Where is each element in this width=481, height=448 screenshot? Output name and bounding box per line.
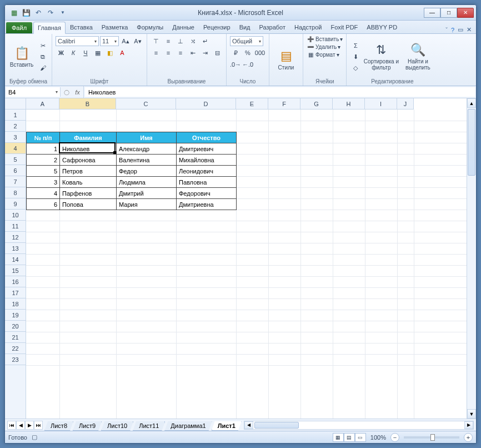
table-row[interactable]: 5ПетровФедорЛеонидович xyxy=(27,166,237,177)
column-header-B[interactable]: B xyxy=(59,98,116,109)
sheet-next-button[interactable]: ▶ xyxy=(25,421,34,430)
column-header-I[interactable]: I xyxy=(365,98,397,109)
row-header-21[interactable]: 21 xyxy=(5,332,26,343)
ribbon-tab-2[interactable]: Разметка xyxy=(97,21,133,33)
number-format-select[interactable]: Общий▾ xyxy=(230,36,263,46)
fx-dropdown-icon[interactable]: ◯ xyxy=(64,89,69,95)
cell[interactable]: Петров xyxy=(60,166,117,177)
grow-font-icon[interactable]: A▴ xyxy=(120,36,131,46)
row-header-2[interactable]: 2 xyxy=(5,121,26,132)
font-size-select[interactable]: 11▾ xyxy=(100,36,119,46)
column-header-H[interactable]: H xyxy=(333,98,365,109)
table-header[interactable]: Имя xyxy=(117,132,177,143)
row-header-12[interactable]: 12 xyxy=(5,232,26,243)
increase-decimal-icon[interactable]: .0→ xyxy=(230,59,241,69)
ribbon-tab-7[interactable]: Разработ xyxy=(255,21,290,33)
percent-icon[interactable]: % xyxy=(242,48,253,58)
cell[interactable]: Сафронова xyxy=(60,155,117,166)
cell[interactable]: Федор xyxy=(117,166,177,177)
scroll-down-button[interactable]: ▼ xyxy=(467,409,476,419)
row-header-1[interactable]: 1 xyxy=(5,109,26,121)
table-row[interactable]: 1НиколаевАлександрДмитриевич xyxy=(27,143,237,155)
cell[interactable]: Дмитрий xyxy=(117,188,177,199)
border-icon[interactable]: ▦ xyxy=(92,48,103,58)
copy-icon[interactable]: ⧉ xyxy=(37,52,48,62)
fill-icon[interactable]: ⬇ xyxy=(350,52,361,62)
currency-icon[interactable]: ₽ xyxy=(230,48,241,58)
formula-bar[interactable]: Николаев xyxy=(85,87,475,97)
font-name-select[interactable]: Calibri▾ xyxy=(56,36,99,46)
sheet-tab-Лист9[interactable]: Лист9 xyxy=(73,421,102,431)
zoom-thumb[interactable] xyxy=(430,434,435,441)
zoom-percent[interactable]: 100% xyxy=(370,434,386,441)
sort-filter-button[interactable]: ⇅ Сортировка и фильтр xyxy=(363,36,399,77)
excel-icon[interactable]: ▦ xyxy=(8,7,19,18)
cell[interactable]: Николаев xyxy=(60,143,117,155)
minimize-ribbon-icon[interactable]: ˇ xyxy=(445,27,448,33)
cell[interactable]: Людмила xyxy=(117,177,177,188)
cell[interactable]: Павловна xyxy=(177,177,237,188)
sheet-tab-Лист1[interactable]: Лист1 xyxy=(212,421,242,431)
qat-dropdown-icon[interactable]: ▼ xyxy=(57,7,68,18)
horizontal-scroll-thumb[interactable] xyxy=(254,422,299,429)
ribbon-tab-8[interactable]: Надстрой xyxy=(290,21,326,33)
column-header-A[interactable]: A xyxy=(26,98,59,109)
sheet-first-button[interactable]: ⏮ xyxy=(7,421,16,430)
redo-icon[interactable]: ↷ xyxy=(45,7,56,18)
row-header-13[interactable]: 13 xyxy=(5,243,26,254)
align-bottom-icon[interactable]: ⊥ xyxy=(175,36,186,46)
page-layout-view-button[interactable]: ▤ xyxy=(344,433,355,442)
paste-button[interactable]: 📋 Вставить xyxy=(8,36,35,77)
scroll-left-button[interactable]: ◀ xyxy=(244,421,253,429)
cell[interactable]: 6 xyxy=(27,199,60,210)
ribbon-tab-10[interactable]: ABBYY PD xyxy=(362,21,402,33)
row-header-3[interactable]: 3 xyxy=(5,132,26,143)
autosum-icon[interactable]: Σ xyxy=(350,41,361,51)
cell[interactable]: Парфенов xyxy=(60,188,117,199)
scroll-right-button[interactable]: ▶ xyxy=(464,421,473,429)
cell[interactable]: 4 xyxy=(27,188,60,199)
undo-icon[interactable]: ↶ xyxy=(33,7,44,18)
orientation-icon[interactable]: ⤭ xyxy=(187,36,198,46)
font-color-icon[interactable]: A xyxy=(117,48,128,58)
row-header-22[interactable]: 22 xyxy=(5,343,26,354)
ribbon-tab-4[interactable]: Данные xyxy=(168,21,199,33)
align-left-icon[interactable]: ≡ xyxy=(151,48,162,58)
row-header-18[interactable]: 18 xyxy=(5,298,26,310)
vertical-scroll-thumb[interactable] xyxy=(468,109,475,176)
cell[interactable]: Дмитриевич xyxy=(177,143,237,155)
sheet-tab-Лист8[interactable]: Лист8 xyxy=(44,421,73,431)
ribbon-tab-9[interactable]: Foxit PDF xyxy=(326,21,362,33)
column-header-F[interactable]: F xyxy=(268,98,300,109)
delete-cells-button[interactable]: ➖Удалить ▾ xyxy=(307,44,343,50)
horizontal-scrollbar[interactable]: ◀ ▶ xyxy=(244,421,474,430)
clear-icon[interactable]: ◇ xyxy=(350,63,361,73)
zoom-out-button[interactable]: − xyxy=(390,433,399,442)
align-center-icon[interactable]: ≡ xyxy=(163,48,174,58)
file-tab[interactable]: Файл xyxy=(6,22,32,33)
column-header-C[interactable]: C xyxy=(116,98,176,109)
cell[interactable]: Мария xyxy=(117,199,177,210)
ribbon-tab-6[interactable]: Вид xyxy=(235,21,255,33)
zoom-slider[interactable] xyxy=(404,436,459,439)
cell[interactable]: 2 xyxy=(27,155,60,166)
row-header-9[interactable]: 9 xyxy=(5,198,26,210)
italic-icon[interactable]: К xyxy=(68,48,79,58)
zoom-in-button[interactable]: + xyxy=(464,433,473,442)
increase-indent-icon[interactable]: ⇥ xyxy=(199,48,211,58)
cell[interactable]: Михайловна xyxy=(177,155,237,166)
ribbon-tab-5[interactable]: Рецензир xyxy=(199,21,235,33)
sheet-last-button[interactable]: ⏭ xyxy=(34,421,43,430)
sheet-prev-button[interactable]: ◀ xyxy=(16,421,25,430)
row-header-11[interactable]: 11 xyxy=(5,221,26,232)
sheet-tab-Диаграмма1[interactable]: Диаграмма1 xyxy=(164,421,212,431)
cell[interactable]: Попова xyxy=(60,199,117,210)
cell[interactable]: 5 xyxy=(27,166,60,177)
cell[interactable]: Александр xyxy=(117,143,177,155)
wrap-text-icon[interactable]: ↵ xyxy=(199,36,211,46)
column-header-E[interactable]: E xyxy=(236,98,268,109)
cell[interactable]: Коваль xyxy=(60,177,117,188)
row-header-7[interactable]: 7 xyxy=(5,176,26,187)
cell[interactable]: Леонидович xyxy=(177,166,237,177)
ribbon-tab-1[interactable]: Вставка xyxy=(66,21,97,33)
